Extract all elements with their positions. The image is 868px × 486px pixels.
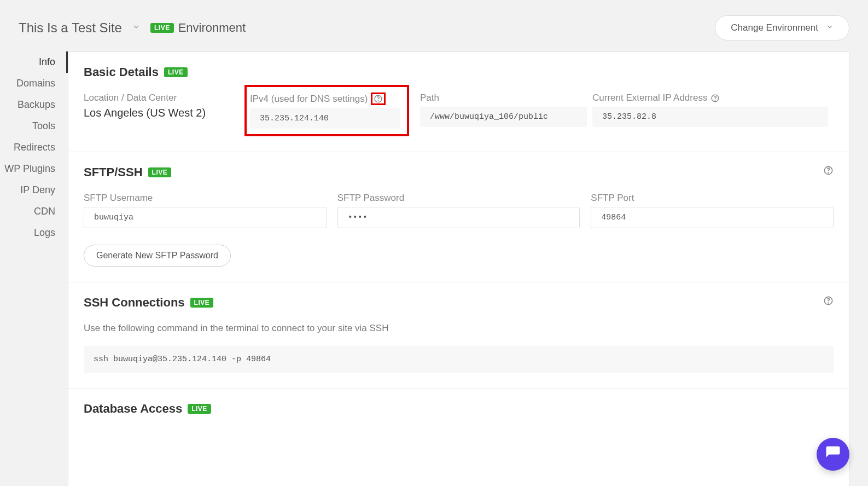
section-database-access: Database Access LIVE [68, 389, 849, 416]
chevron-down-icon [826, 22, 834, 33]
database-title: Database Access [84, 402, 182, 416]
live-badge: LIVE [188, 404, 211, 414]
chat-fab-button[interactable] [817, 438, 849, 471]
sidebar-item-backups[interactable]: Backups [0, 94, 68, 115]
live-badge: LIVE [148, 167, 172, 177]
sftp-password-label: SFTP Password [337, 193, 580, 204]
sftp-port-label: SFTP Port [591, 193, 834, 204]
sftp-help-icon[interactable] [823, 165, 834, 178]
environment-label: Environment [178, 21, 246, 35]
help-icon[interactable] [710, 94, 720, 103]
svg-point-3 [715, 100, 715, 100]
ipv4-help-highlight [371, 92, 386, 105]
sidebar-item-cdn[interactable]: CDN [0, 201, 68, 222]
sftp-port-value[interactable]: 49864 [591, 207, 834, 228]
ipv4-col: IPv4 (used for DNS settings) 35.235.124.… [248, 92, 420, 136]
ssh-command[interactable]: ssh buwuqiya@35.235.124.140 -p 49864 [84, 346, 834, 373]
chat-icon [825, 445, 841, 464]
section-title-row: Database Access LIVE [84, 402, 834, 416]
sftp-username-label: SFTP Username [84, 193, 327, 204]
section-title-row: SSH Connections LIVE [84, 296, 834, 310]
ext-ip-label: Current External IP Address [592, 92, 707, 103]
sidebar-item-redirects[interactable]: Redirects [0, 137, 68, 158]
change-environment-label: Change Environment [731, 22, 818, 33]
ipv4-highlight-box: IPv4 (used for DNS settings) 35.235.124.… [244, 85, 409, 136]
svg-point-1 [378, 101, 378, 101]
ssh-title: SSH Connections [84, 296, 185, 310]
environment-indicator: LIVE Environment [150, 21, 246, 35]
svg-point-7 [828, 303, 829, 303]
help-icon[interactable] [374, 94, 383, 103]
svg-point-5 [828, 172, 829, 173]
section-sftp-ssh: SFTP/SSH LIVE SFTP Username buwuqiya SFT… [68, 152, 849, 282]
ssh-help-icon[interactable] [823, 296, 834, 308]
section-basic-details: Basic Details LIVE Location / Data Cente… [68, 52, 849, 152]
ipv4-value[interactable]: 35.235.124.140 [250, 108, 400, 129]
ipv4-label: IPv4 (used for DNS settings) [250, 94, 368, 105]
section-ssh-connections: SSH Connections LIVE Use the following c… [68, 282, 849, 389]
sftp-password-col: SFTP Password •••• [337, 193, 580, 228]
live-badge: LIVE [164, 67, 188, 77]
main-panel: Basic Details LIVE Location / Data Cente… [68, 51, 849, 486]
ipv4-label-row: IPv4 (used for DNS settings) [250, 92, 400, 105]
path-col: Path /www/buwuqiya_106/public [420, 92, 592, 127]
location-col: Location / Data Center Los Angeles (US W… [84, 92, 248, 119]
sidebar: InfoDomainsBackupsToolsRedirectsWP Plugi… [0, 51, 68, 486]
sftp-credentials-row: SFTP Username buwuqiya SFTP Password •••… [84, 193, 834, 228]
ext-ip-label-row: Current External IP Address [592, 92, 828, 103]
layout: InfoDomainsBackupsToolsRedirectsWP Plugi… [0, 51, 868, 486]
change-environment-button[interactable]: Change Environment [715, 15, 849, 40]
sidebar-item-tools[interactable]: Tools [0, 115, 68, 137]
page-header: This Is a Test Site LIVE Environment Cha… [0, 0, 868, 51]
ext-ip-col: Current External IP Address 35.235.82.8 [592, 92, 834, 127]
sftp-username-value[interactable]: buwuqiya [84, 207, 327, 228]
sidebar-item-wp-plugins[interactable]: WP Plugins [0, 158, 68, 180]
path-value[interactable]: /www/buwuqiya_106/public [420, 107, 587, 127]
sftp-username-col: SFTP Username buwuqiya [84, 193, 327, 228]
live-badge: LIVE [150, 23, 174, 33]
generate-sftp-password-button[interactable]: Generate New SFTP Password [84, 245, 231, 267]
sidebar-item-logs[interactable]: Logs [0, 222, 68, 244]
section-title-row: Basic Details LIVE [84, 65, 834, 79]
sftp-password-value[interactable]: •••• [337, 207, 580, 228]
ssh-instructions: Use the following command in the termina… [84, 323, 834, 334]
basic-details-row: Location / Data Center Los Angeles (US W… [84, 92, 834, 136]
site-switcher-chevron-icon[interactable] [132, 22, 141, 33]
location-value: Los Angeles (US West 2) [84, 107, 242, 119]
path-label: Path [420, 92, 587, 103]
header-left: This Is a Test Site LIVE Environment [19, 20, 246, 36]
sftp-port-col: SFTP Port 49864 [591, 193, 834, 228]
ext-ip-value[interactable]: 35.235.82.8 [592, 107, 828, 127]
sftp-title: SFTP/SSH [84, 165, 143, 180]
site-title: This Is a Test Site [19, 20, 122, 36]
section-title-row: SFTP/SSH LIVE [84, 165, 834, 180]
location-label: Location / Data Center [84, 92, 242, 103]
sidebar-item-ip-deny[interactable]: IP Deny [0, 180, 68, 201]
basic-details-title: Basic Details [84, 65, 159, 79]
sidebar-item-info[interactable]: Info [0, 51, 68, 73]
sidebar-item-domains[interactable]: Domains [0, 73, 68, 94]
live-badge: LIVE [190, 298, 214, 308]
